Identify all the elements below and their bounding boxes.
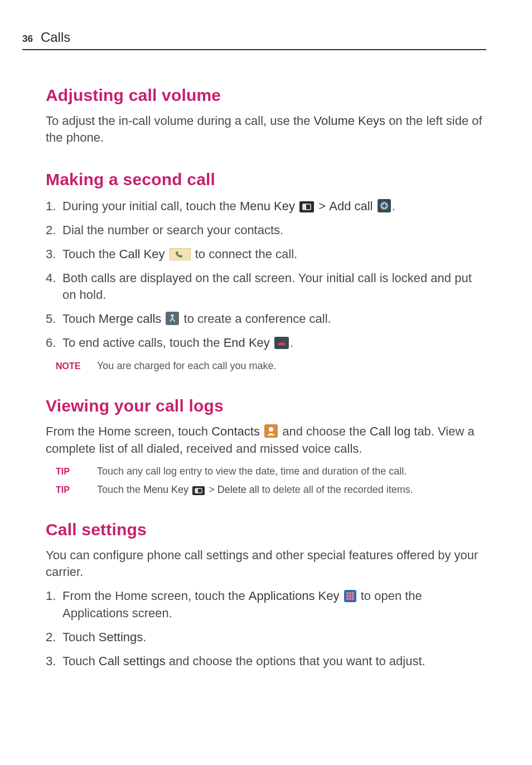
- step-1: During your initial call, touch the Menu…: [46, 198, 486, 215]
- applications-key-label: Applications Key: [249, 589, 340, 603]
- text: .: [290, 336, 293, 350]
- step-4: Both calls are displayed on the call scr…: [46, 270, 486, 304]
- tip-row-2: TIP Touch the Menu Key > Delete all to d…: [56, 482, 486, 497]
- svg-rect-7: [170, 248, 191, 260]
- step-3: Touch the Call Key to connect the call.: [46, 246, 486, 263]
- svg-rect-2: [303, 204, 306, 210]
- contacts-label: Contacts: [211, 424, 260, 438]
- svg-rect-17: [349, 592, 351, 594]
- svg-rect-23: [349, 598, 351, 600]
- menu-key-icon: [299, 201, 314, 212]
- text: To adjust the in-call volume during a ca…: [46, 114, 314, 128]
- end-key-icon: [274, 337, 289, 349]
- text: From the Home screen, touch the: [62, 589, 249, 603]
- svg-rect-19: [346, 595, 349, 597]
- svg-rect-0: [299, 201, 314, 212]
- text: to delete all of the recorded items.: [259, 484, 413, 495]
- step-1: From the Home screen, touch the Applicat…: [46, 588, 486, 622]
- step-6: To end active calls, touch the End Key .: [46, 335, 486, 352]
- merge-calls-label: Merge calls: [99, 312, 161, 326]
- paragraph-call-settings: You can configure phone call settings an…: [46, 547, 486, 582]
- text: To end active calls, touch the: [62, 336, 224, 350]
- svg-rect-16: [346, 592, 349, 594]
- page-number: 36: [22, 32, 33, 46]
- add-call-label: Add call: [329, 199, 373, 213]
- svg-rect-21: [352, 595, 354, 597]
- svg-rect-12: [192, 486, 205, 495]
- tip-row-1: TIP Touch any call log entry to view the…: [56, 464, 486, 478]
- text: >: [318, 199, 329, 213]
- heading-adjusting-volume: Adjusting call volume: [46, 84, 486, 107]
- menu-key-label: Menu Key: [143, 484, 188, 495]
- text: Touch: [62, 654, 99, 668]
- settings-label: Settings: [99, 630, 143, 644]
- svg-rect-24: [352, 598, 354, 600]
- call-settings-label: Call settings: [99, 654, 166, 668]
- svg-rect-18: [352, 592, 354, 594]
- call-log-label: Call log: [370, 424, 410, 438]
- merge-calls-icon: [166, 312, 179, 325]
- tip-text: Touch any call log entry to view the dat…: [97, 464, 407, 478]
- menu-key-icon-small: [192, 486, 205, 495]
- text: to connect the call.: [195, 247, 297, 261]
- step-2: Touch Settings.: [46, 629, 486, 646]
- heading-call-settings: Call settings: [46, 518, 486, 541]
- svg-rect-14: [195, 488, 198, 493]
- note-label: NOTE: [56, 360, 85, 372]
- steps-call-settings: From the Home screen, touch the Applicat…: [46, 588, 486, 670]
- tip-label: TIP: [56, 466, 85, 478]
- section-name: Calls: [41, 28, 70, 47]
- text: Touch: [62, 630, 99, 644]
- svg-rect-20: [349, 595, 351, 597]
- text: Touch the: [97, 484, 143, 495]
- text: to create a conference call.: [184, 312, 331, 326]
- note-row: NOTE You are charged for each call you m…: [56, 359, 486, 373]
- add-call-icon: [378, 199, 391, 212]
- text: Touch: [62, 312, 99, 326]
- svg-rect-22: [346, 598, 349, 600]
- paragraph-call-logs: From the Home screen, touch Contacts and…: [46, 423, 486, 458]
- heading-second-call: Making a second call: [46, 168, 486, 191]
- call-key-icon: [170, 248, 191, 260]
- step-5: Touch Merge calls to create a conference…: [46, 311, 486, 328]
- heading-call-logs: Viewing your call logs: [46, 394, 486, 418]
- text: Dial the number or search your contacts.: [62, 223, 283, 237]
- volume-keys-label: Volume Keys: [314, 114, 385, 128]
- manual-page: 36 Calls Adjusting call volume To adjust…: [0, 0, 532, 765]
- text: >: [209, 484, 217, 495]
- text: .: [392, 199, 395, 213]
- text: .: [143, 630, 146, 644]
- delete-all-label: Delete all: [217, 484, 259, 495]
- note-text: You are charged for each call you make.: [97, 359, 277, 373]
- end-key-label: End Key: [224, 336, 270, 350]
- text: and choose the: [282, 424, 370, 438]
- steps-second-call: During your initial call, touch the Menu…: [46, 198, 486, 352]
- tip-label: TIP: [56, 484, 85, 496]
- paragraph-adjust-volume: To adjust the in-call volume during a ca…: [46, 113, 486, 147]
- text: You can configure phone call settings an…: [46, 548, 478, 579]
- text: Touch the: [62, 247, 119, 261]
- svg-rect-6: [382, 205, 386, 206]
- text: and choose the options that you want to …: [166, 654, 425, 668]
- step-3: Touch Call settings and choose the optio…: [46, 653, 486, 670]
- tip-text: Touch the Menu Key > Delete all to delet…: [97, 482, 413, 497]
- text: Both calls are displayed on the call scr…: [62, 271, 472, 302]
- svg-point-11: [269, 427, 273, 432]
- text: From the Home screen, touch: [46, 424, 211, 438]
- call-key-label: Call Key: [119, 247, 165, 261]
- running-head: 36 Calls: [22, 28, 486, 50]
- applications-key-icon: [344, 590, 356, 602]
- menu-key-label: Menu Key: [240, 199, 295, 213]
- contacts-icon: [264, 424, 278, 438]
- text: During your initial call, touch the: [62, 199, 240, 213]
- step-2: Dial the number or search your contacts.: [46, 222, 486, 239]
